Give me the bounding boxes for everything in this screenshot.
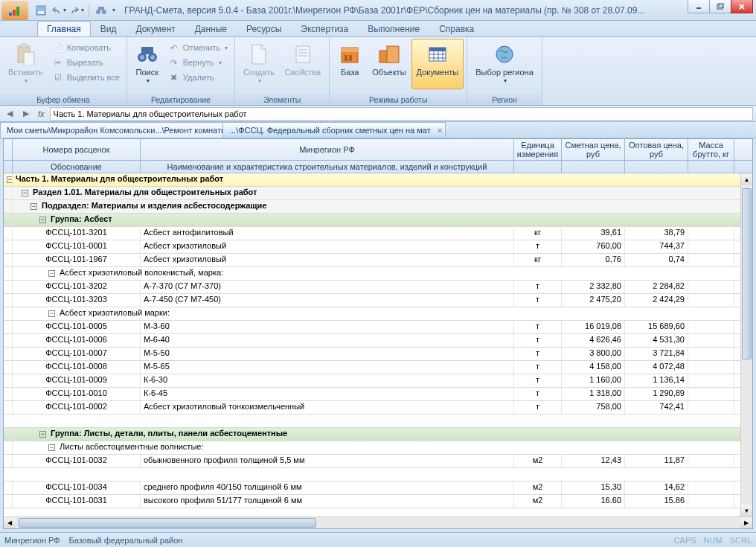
ribbon-tab-execution[interactable]: Выполнение (358, 21, 429, 36)
collapse-icon[interactable]: − (48, 270, 55, 277)
collapse-icon[interactable]: − (22, 190, 28, 196)
paste-button[interactable]: Вставить▾ (3, 39, 48, 89)
undo-icon: ↶ (168, 42, 180, 54)
table-row[interactable]: ФССЦ-101-1967Асбест хризотиловыйкг0,760,… (4, 254, 752, 267)
table-row[interactable]: ФССЦ-101-3203А-7-450 (С7 М7-450)т2 475,2… (4, 294, 752, 307)
ribbon-tab-main[interactable]: Главная (37, 21, 91, 36)
close-tab-icon[interactable]: ✕ (437, 127, 443, 135)
undo-button[interactable]: ↶Отменить▾ (164, 40, 231, 55)
titlebar: ▾ ▾ ▾ ГРАНД-Смета, версия 5.0.4 - База 2… (0, 0, 756, 21)
table-row[interactable]: ФССЦ-101-3201Асбест антофилитовыйкг39,61… (4, 227, 752, 240)
props-button[interactable]: Свойства (280, 39, 326, 89)
collapse-icon[interactable]: − (48, 310, 55, 317)
table-row[interactable]: ФССЦ-101-0031высокого профиля 51/177 тол… (4, 495, 752, 508)
svg-rect-16 (141, 47, 153, 54)
base-button[interactable]: База (333, 39, 367, 89)
table-row[interactable]: − Асбест хризотиловый волокнистый, марка… (4, 267, 752, 281)
select-all-button[interactable]: ☑Выделить все (48, 70, 124, 85)
delete-button[interactable]: ✖Удалить (164, 70, 231, 85)
ribbon-tab-data[interactable]: Данные (185, 21, 237, 36)
collapse-icon[interactable]: − (31, 203, 37, 210)
table-row[interactable]: − Раздел 1.01. Материалы для общестроите… (4, 187, 752, 200)
redo-icon: ↷ (168, 57, 180, 68)
col-price1[interactable]: Сметная цена, руб (562, 139, 625, 160)
qat-redo-icon[interactable]: ▾ (68, 3, 85, 18)
binoculars-icon (135, 42, 159, 66)
search-button[interactable]: Поиск▾ (130, 39, 164, 89)
collapse-icon[interactable]: − (39, 431, 46, 438)
table-row[interactable]: − Асбест хризотиловый марки: (4, 307, 752, 321)
table-row[interactable]: −Часть 1. Материалы для общестроительных… (4, 173, 752, 187)
formula-right-icon[interactable]: ▶ (19, 107, 33, 121)
table-row[interactable]: ФССЦ-101-0008М-5-65т4 158,004 072,48 (4, 361, 752, 374)
ribbon-tab-view[interactable]: Вид (91, 21, 126, 36)
scroll-up-icon[interactable]: ▲ (741, 173, 752, 185)
svg-rect-2 (16, 7, 19, 16)
col-mass[interactable]: Масса брутто, кг (688, 139, 734, 160)
qat-undo-icon[interactable]: ▾ (51, 3, 67, 18)
svg-rect-12 (21, 44, 27, 48)
ribbon: Вставить▾ 📄Копировать ✂Вырезать ☑Выделит… (0, 37, 756, 106)
col-unit[interactable]: Единица измерения (514, 139, 562, 160)
app-menu-button[interactable] (1, 1, 28, 20)
ribbon-tab-help[interactable]: Справка (429, 21, 484, 36)
delete-icon: ✖ (168, 71, 180, 83)
copy-button[interactable]: 📄Копировать (48, 40, 124, 55)
collapse-icon[interactable]: − (39, 217, 46, 223)
table-row[interactable]: − Группа: Листы, детали, плиты, панели а… (4, 428, 752, 441)
table-row[interactable]: ФССЦ-101-0032обыкновенного профиля толщи… (4, 455, 752, 468)
formula-left-icon[interactable]: ◀ (3, 107, 16, 121)
col-region[interactable]: Минрегион РФ (141, 139, 514, 160)
ribbon-tab-expertise[interactable]: Экспертиза (291, 21, 358, 36)
objects-button[interactable]: Объекты (367, 39, 411, 89)
table-row[interactable]: ФССЦ-101-3202А-7-370 (С7 М7-370)т2 332,8… (4, 281, 752, 294)
table-row[interactable]: − Группа: Асбест (4, 214, 752, 227)
doc-tab-1[interactable]: ...\ФССЦ. Федеральный сборник сметных це… (222, 122, 446, 138)
table-row[interactable]: ФССЦ-101-0034среднего профиля 40/150 тол… (4, 482, 752, 495)
vertical-scrollbar[interactable]: ▲ ▼ (740, 173, 752, 516)
qat-binoculars-icon[interactable] (93, 3, 109, 18)
col-basis[interactable]: Обоснование (13, 161, 141, 173)
svg-rect-28 (387, 46, 399, 63)
minimize-button[interactable] (688, 0, 710, 13)
create-button[interactable]: Создать▾ (238, 39, 280, 89)
data-grid: Номера расценок Минрегион РФ Единица изм… (3, 138, 753, 529)
table-row[interactable]: ФССЦ-101-0007М-5-50т3 800,003 721,84 (4, 348, 752, 361)
region-select-button[interactable]: Выбор региона▾ (470, 39, 539, 89)
close-button[interactable] (731, 0, 753, 13)
ribbon-group-clipboard: Вставить▾ 📄Копировать ✂Вырезать ☑Выделит… (0, 37, 127, 105)
table-row[interactable]: − Листы асбестоцементные волнистые: (4, 441, 752, 455)
maximize-button[interactable] (709, 0, 731, 13)
scroll-thumb[interactable] (19, 518, 316, 528)
ribbon-tab-document[interactable]: Документ (126, 21, 185, 36)
table-row[interactable]: ФССЦ-101-0005М-3-60т16 019,0815 689,60 (4, 321, 752, 334)
table-row[interactable]: − Подраздел: Материалы и изделия асбесто… (4, 200, 752, 214)
collapse-icon[interactable]: − (48, 444, 55, 451)
qat-save-icon[interactable] (33, 3, 49, 18)
scroll-left-icon[interactable]: ◀ (4, 517, 16, 528)
ribbon-tab-resources[interactable]: Ресурсы (237, 21, 291, 36)
horizontal-scrollbar[interactable]: ◀ ▶ (4, 516, 752, 528)
formula-input[interactable]: Часть 1. Материалы для общестроительных … (50, 107, 753, 121)
cut-button[interactable]: ✂Вырезать (48, 55, 124, 70)
window-title: ГРАНД-Смета, версия 5.0.4 - База 2001г.\… (124, 5, 644, 16)
table-row[interactable]: ФССЦ-101-0009К-6-30т1 160,001 136,14 (4, 374, 752, 388)
redo-button[interactable]: ↷Вернуть▾ (164, 55, 231, 70)
new-doc-icon (247, 42, 271, 66)
collapse-icon[interactable]: − (7, 176, 13, 183)
database-icon (338, 42, 362, 66)
table-row[interactable]: ФССЦ-101-0006М-6-40т4 626,464 531,30 (4, 334, 752, 348)
ribbon-tabs: Главная Вид Документ Данные Ресурсы Эксп… (0, 21, 756, 37)
table-row[interactable]: ФССЦ-101-0001Асбест хризотиловыйт760,007… (4, 240, 752, 254)
col-desc[interactable]: Наименование и характеристика строительн… (141, 161, 514, 173)
table-row[interactable]: ФССЦ-101-0002Асбест хризотиловый тонкоиз… (4, 401, 752, 415)
scroll-right-icon[interactable]: ▶ (740, 517, 752, 528)
svg-point-18 (150, 55, 155, 60)
doc-tab-0[interactable]: Мои сметы\Микрорайон Комсомольски...\Рем… (0, 122, 223, 138)
documents-button[interactable]: Документы (411, 39, 464, 89)
col-price2[interactable]: Оптовая цена, руб (625, 139, 688, 160)
table-row[interactable]: ФССЦ-101-0010К-6-45т1 318,001 290,89 (4, 388, 752, 401)
scroll-thumb[interactable] (742, 188, 752, 359)
scroll-down-icon[interactable]: ▼ (741, 505, 752, 516)
col-code[interactable]: Номера расценок (13, 139, 141, 160)
